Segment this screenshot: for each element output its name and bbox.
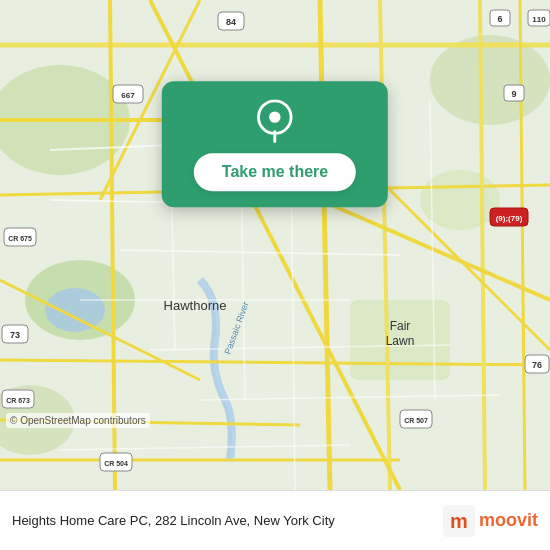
svg-text:m: m — [450, 510, 468, 532]
svg-text:76: 76 — [532, 360, 542, 370]
svg-text:CR 504: CR 504 — [104, 460, 128, 467]
svg-text:Lawn: Lawn — [386, 334, 415, 348]
take-me-there-button[interactable]: Take me there — [194, 153, 356, 191]
svg-text:84: 84 — [226, 17, 236, 27]
svg-text:110: 110 — [532, 15, 546, 24]
moovit-brand-text: moovit — [479, 510, 538, 531]
svg-point-4 — [430, 35, 550, 125]
location-pin-icon — [253, 99, 297, 143]
bottom-bar: Heights Home Care PC, 282 Lincoln Ave, N… — [0, 490, 550, 550]
svg-text:(9);(79): (9);(79) — [496, 214, 523, 223]
map-credit: © OpenStreetMap contributors — [6, 413, 150, 428]
svg-text:Hawthorne: Hawthorne — [164, 298, 227, 313]
svg-text:73: 73 — [10, 330, 20, 340]
svg-point-64 — [269, 111, 280, 122]
moovit-logo: m moovit — [443, 505, 538, 537]
moovit-logo-icon: m — [443, 505, 475, 537]
map-container: 84 6 110 9 667 CR 675 (9);(79) 73 CR 673… — [0, 0, 550, 490]
svg-text:667: 667 — [121, 91, 135, 100]
popup-card: Take me there — [162, 81, 388, 207]
svg-text:9: 9 — [511, 89, 516, 99]
svg-text:CR 675: CR 675 — [8, 235, 32, 242]
svg-text:6: 6 — [497, 14, 502, 24]
svg-text:CR 673: CR 673 — [6, 397, 30, 404]
location-label: Heights Home Care PC, 282 Lincoln Ave, N… — [12, 513, 443, 528]
svg-point-7 — [45, 288, 105, 332]
svg-text:CR 507: CR 507 — [404, 417, 428, 424]
svg-text:Fair: Fair — [390, 319, 411, 333]
